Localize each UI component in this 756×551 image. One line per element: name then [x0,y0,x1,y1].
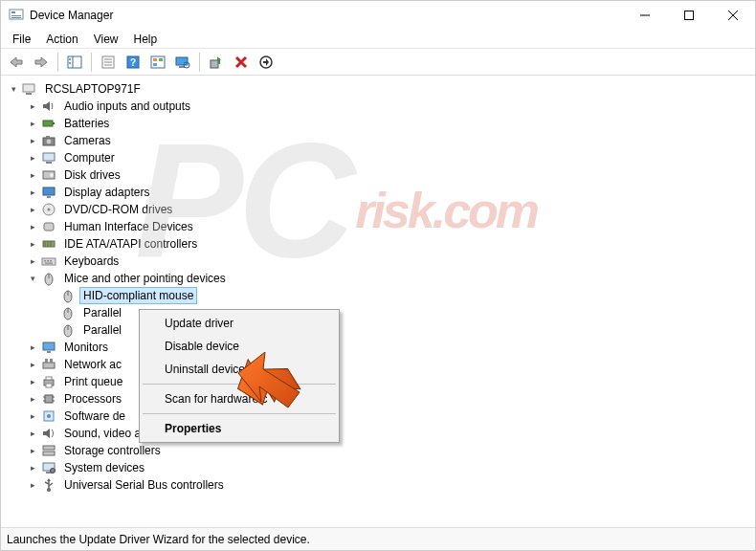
ctx-disable-device[interactable]: Disable device [142,335,337,358]
expander-icon[interactable]: ▸ [26,220,39,233]
toolbar-uninstall-button[interactable] [230,51,253,74]
toolbar-help-button[interactable]: ? [122,51,145,74]
tree-category-row[interactable]: ▸Print queue [7,373,755,390]
tree-category-row[interactable]: ▸Network ac [7,356,755,373]
toolbar-action-button[interactable] [146,51,169,74]
tree-device-row[interactable]: Parallel [7,321,755,339]
tree-category-label[interactable]: Cameras [60,132,115,149]
tree-device-label[interactable]: Parallel [79,304,125,321]
expander-icon[interactable]: ▸ [26,117,39,130]
tree-category-row[interactable]: ▸Processors [7,390,755,408]
menu-view[interactable]: View [86,31,126,48]
tree-category-label[interactable]: Software de [60,408,129,425]
toolbar-scan-button[interactable] [171,51,194,74]
action-icon [150,55,166,69]
expander-icon[interactable]: ▸ [26,254,39,268]
expander-icon[interactable]: ▸ [26,478,39,492]
tree-device-row[interactable]: HID-compliant mouse [7,287,755,304]
ctx-uninstall-device[interactable]: Uninstall device [142,358,337,381]
speaker-icon [41,99,56,114]
tree-category-label[interactable]: Audio inputs and outputs [60,98,194,115]
expander-icon[interactable]: ▸ [26,392,39,406]
tree-category-row[interactable]: ▸IDE ATA/ATAPI controllers [7,235,755,253]
tree-root-label[interactable]: RCSLAPTOP971F [41,80,145,98]
toolbar-properties-button[interactable] [97,51,120,74]
toolbar-separator [57,53,58,72]
tree-root-row[interactable]: ▾ RCSLAPTOP971F [7,80,755,98]
tree-category-label[interactable]: Monitors [60,339,112,356]
tree-category-row[interactable]: ▸Software de [7,408,755,425]
tree-category-row[interactable]: ▸Storage controllers [7,442,755,459]
expander-down-icon[interactable]: ▾ [7,82,20,96]
ctx-update-driver[interactable]: Update driver [142,312,337,335]
expander-icon[interactable]: ▸ [26,375,39,388]
tree-device-row[interactable]: Parallel [7,304,755,321]
svg-marker-93 [47,478,51,481]
tree-category-row[interactable]: ▸Cameras [7,132,755,149]
tree-category-label[interactable]: Human Interface Devices [60,218,197,235]
tree-category-row[interactable]: ▸Human Interface Devices [7,218,755,235]
toolbar-manage-button[interactable] [255,51,278,74]
expander-icon[interactable]: ▸ [26,409,39,423]
expander-icon[interactable]: ▸ [26,461,39,474]
expander-icon[interactable]: ▸ [26,151,39,165]
tree-category-label[interactable]: Network ac [60,356,125,373]
tree-category-label[interactable]: Keyboards [60,253,122,270]
expander-icon[interactable]: ▸ [26,134,39,147]
toolbar-update-driver-button[interactable] [205,51,228,74]
tree-category-row[interactable]: ▾Mice and other pointing devices [7,270,755,287]
expander-icon[interactable]: ▸ [26,341,39,354]
tree-category-label[interactable]: Disk drives [60,166,124,184]
expander-icon[interactable]: ▸ [26,427,39,440]
expander-icon[interactable]: ▾ [26,272,39,285]
tree-category-label[interactable]: System devices [60,459,148,476]
tree-category-label[interactable]: Display adapters [60,184,153,201]
expander-icon[interactable]: ▸ [26,203,39,216]
tree-category-label[interactable]: Universal Serial Bus controllers [60,476,228,494]
expander-icon[interactable]: ▸ [26,99,39,113]
tree-category-row[interactable]: ▸Keyboards [7,253,755,270]
tree-category-label[interactable]: DVD/CD-ROM drives [60,201,176,218]
minimize-button[interactable] [623,1,667,30]
camera-icon [41,133,56,148]
tree-category-row[interactable]: ▸Universal Serial Bus controllers [7,476,755,494]
tree-category-label[interactable]: Batteries [60,115,113,132]
tree-category-label[interactable]: IDE ATA/ATAPI controllers [60,235,201,253]
maximize-button[interactable] [667,1,711,30]
device-tree[interactable]: ▾ RCSLAPTOP971F ▸Audio inputs and output… [1,76,755,529]
tree-category-row[interactable]: ▸Display adapters [7,184,755,201]
menu-help[interactable]: Help [126,31,166,48]
svg-rect-21 [153,58,157,61]
toolbar-tree-button[interactable] [63,51,86,74]
ctx-scan-hardware[interactable]: Scan for hardware c [142,387,337,410]
expander-icon[interactable]: ▸ [26,237,39,251]
tree-category-row[interactable]: ▸DVD/CD-ROM drives [7,201,755,218]
expander-icon[interactable]: ▸ [26,168,39,182]
menu-action[interactable]: Action [38,31,85,48]
tree-device-label[interactable]: HID-compliant mouse [79,287,197,304]
tree-category-label[interactable]: Storage controllers [60,442,165,459]
tree-device-label[interactable]: Parallel [79,321,125,339]
tree-category-row[interactable]: ▸Audio inputs and outputs [7,98,755,115]
close-button[interactable] [711,1,755,30]
tree-category-row[interactable]: ▸Disk drives [7,166,755,184]
tree-category-row[interactable]: ▸Batteries [7,115,755,132]
svg-rect-1 [11,11,15,13]
expander-icon[interactable]: ▸ [26,444,39,457]
toolbar-forward-button[interactable] [30,51,53,74]
tree-category-row[interactable]: ▸System devices [7,459,755,476]
tree-category-row[interactable]: ▸Monitors [7,339,755,356]
expander-icon[interactable]: ▸ [26,358,39,371]
menu-file[interactable]: File [5,31,38,48]
tree-category-row[interactable]: ▸Computer [7,149,755,166]
mouse-icon [60,322,76,338]
expander-icon[interactable]: ▸ [26,186,39,199]
tree-category-label[interactable]: Print queue [60,373,126,390]
svg-rect-3 [11,17,21,18]
tree-category-row[interactable]: ▸Sound, video and game controllers [7,425,755,442]
tree-category-label[interactable]: Computer [60,149,119,166]
tree-category-label[interactable]: Processors [60,390,125,408]
toolbar-back-button[interactable] [5,51,28,74]
ctx-properties[interactable]: Properties [142,417,337,440]
tree-category-label[interactable]: Mice and other pointing devices [60,270,230,287]
